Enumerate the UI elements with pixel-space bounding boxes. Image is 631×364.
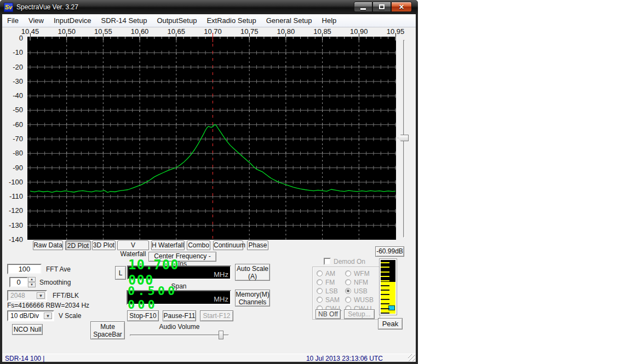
tab-v-waterfall[interactable]: V Waterfall [117,240,149,250]
spectrum-plot[interactable] [27,37,396,240]
radio-wfm[interactable] [345,270,351,276]
close-button[interactable]: ✕ [391,2,412,12]
memory-line2: Channels [239,298,267,306]
smoothing-down-button[interactable]: ▼ [28,282,36,287]
demod-setup-button[interactable]: Setup... [344,309,375,319]
radio-label-am: AM [325,270,335,278]
stop-button[interactable]: Stop-F10 [127,310,159,321]
status-device: SDR-14 100 | [5,355,45,362]
audio-volume-label: Audio Volume [130,323,229,331]
tab-phase[interactable]: Phase [247,240,268,250]
menu-item-view[interactable]: View [24,14,49,27]
radio-fm[interactable] [317,279,323,285]
fft-blk-label: FFT/BLK [53,292,79,299]
nco-null-button[interactable]: NCO Null [12,324,43,335]
radio-label-usb: USB [354,287,368,295]
span-digits[interactable]: 0.500 000 [128,284,213,311]
tab-2d-plot[interactable]: 2D Plot [65,240,91,250]
fft-blk-combo[interactable]: 2048 ▼ [7,290,47,301]
radio-lsb[interactable] [317,288,323,294]
radio-am[interactable] [317,270,323,276]
audio-volume-track[interactable] [130,334,229,336]
spectrum-canvas[interactable] [27,37,396,240]
memory-channels-button[interactable]: Memory(M) Channels [235,290,270,307]
maximize-button[interactable] [372,2,391,12]
tab-combo[interactable]: Combo [187,240,210,250]
fft-ave-input[interactable]: 100 [7,264,42,274]
demod-on-checkbox[interactable] [324,258,331,265]
y-tick-label: -50 [0,106,25,114]
radio-nfm[interactable] [345,279,351,285]
menu-item-sdr-14-setup[interactable]: SDR-14 Setup [96,14,152,27]
span-display[interactable]: 0.500 000 MHz [127,290,231,305]
tab-h-waterfall[interactable]: H Waterfall [151,240,185,250]
mute-line1: Mute [100,323,115,331]
radio-label-wusb: WUSB [354,296,374,304]
meter-tick [381,285,389,286]
meter-tick [381,303,389,304]
radio-usb[interactable] [345,288,351,294]
y-tick-label: -20 [0,63,25,71]
v-scale-combo[interactable]: 10 dB/Div ▼ [7,310,54,321]
tab-3d-plot[interactable]: 3D Plot [92,240,116,250]
menu-item-file[interactable]: File [2,14,24,27]
tab-raw-data[interactable]: Raw Data [33,240,63,250]
window-controls: ✕ [354,2,412,12]
memory-line1: Memory(M) [236,291,269,298]
center-frequency-display[interactable]: 10.700 000 MHz [127,265,231,280]
meter-tick [381,276,389,277]
minimize-icon [360,8,366,10]
desktop: Sv SpectraVue Ver. 3.27 ✕ FileViewInputD… [0,0,631,364]
y-tick-label: -60 [0,120,25,129]
smoothing-input[interactable]: 0 [9,277,28,287]
lock-l-button[interactable]: L [115,266,126,280]
frequency-unit: MHz [214,270,228,279]
menu-item-inputdevice[interactable]: InputDevice [49,14,96,27]
peak-button[interactable]: Peak [378,318,403,330]
meter-tick [381,294,389,295]
app-icon: Sv [4,3,13,12]
y-tick-label: -80 [0,149,25,157]
signal-meter-bar [381,260,395,314]
noise-blanker-button[interactable]: NB Off [316,309,341,319]
v-scale-value: 10 dB/Div [10,312,39,320]
radio-label-wfm: WFM [354,270,370,278]
mute-line2: SpaceBar [93,331,122,338]
center-freq-tick [213,33,213,37]
resize-grip[interactable] [408,354,415,361]
mute-button[interactable]: Mute SpaceBar [90,321,125,339]
menu-item-help[interactable]: Help [317,14,342,27]
meter-tick [381,299,389,300]
y-tick-label: -40 [0,91,25,100]
auto-scale-button[interactable]: Auto Scale (A) [235,264,270,281]
y-tick-label: -10 [0,48,25,56]
start-button[interactable]: Start-F12 [200,310,233,321]
audio-volume-thumb[interactable] [219,331,223,339]
radio-wusb[interactable] [345,297,351,303]
app-window: Sv SpectraVue Ver. 3.27 ✕ FileViewInputD… [0,0,418,364]
meter-tick [381,262,389,263]
title-bar: Sv SpectraVue Ver. 3.27 ✕ [0,0,418,14]
meter-tick [381,313,389,314]
radio-sam[interactable] [317,297,323,303]
span-unit: MHz [214,295,228,303]
pause-button[interactable]: Pause-F11 [163,310,196,321]
menu-item-extradio-setup[interactable]: ExtRadio Setup [202,14,261,27]
radio-label-nfm: NFM [354,279,368,286]
meter-tick [381,280,389,281]
y-tick-label: -70 [0,135,25,143]
smoothing-up-button[interactable]: ▲ [28,277,36,282]
v-scale-label: V Scale [59,312,81,320]
meter-tick [381,267,389,268]
signal-level-readout: -60.99dB [375,246,404,257]
menu-item-general-setup[interactable]: General Setup [261,14,317,27]
minimize-button[interactable] [354,2,372,12]
y-tick-label: -140 [0,235,25,244]
meter-tick [381,290,389,291]
signal-meter [379,258,397,315]
tab-continuum[interactable]: Continuum [213,240,243,250]
smoothing-label: Smoothing [39,279,71,286]
menu-item-outputsetup[interactable]: OutputSetup [152,14,202,27]
radio-label-fm: FM [325,279,335,286]
y-tick-label: -130 [0,221,25,229]
